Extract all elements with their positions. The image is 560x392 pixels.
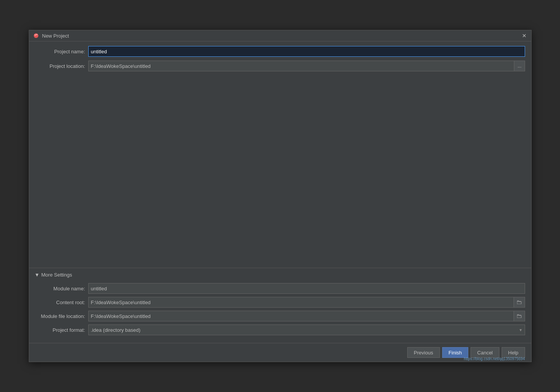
content-root-input[interactable] — [88, 297, 514, 308]
project-name-label: Project name: — [35, 49, 85, 54]
more-settings-content: Module name: Content root: — [29, 282, 531, 343]
cancel-button[interactable]: Cancel — [471, 347, 499, 358]
svg-point-2 — [36, 34, 37, 35]
project-format-row: Project format: .idea (directory based) … — [35, 324, 525, 335]
main-content-area — [35, 75, 525, 259]
project-location-row: Project location: ... — [35, 61, 525, 71]
previous-button[interactable]: Previous — [407, 347, 440, 358]
content-root-browse-button[interactable] — [514, 297, 525, 308]
project-location-input[interactable] — [88, 61, 514, 71]
title-bar: New Project ✕ — [29, 30, 531, 41]
project-location-browse-button[interactable]: ... — [514, 61, 525, 71]
app-icon — [33, 33, 39, 39]
close-button[interactable]: ✕ — [521, 33, 527, 39]
svg-rect-4 — [517, 315, 521, 318]
project-format-label: Project format: — [35, 327, 85, 333]
project-name-input[interactable] — [88, 46, 525, 57]
project-location-field-group: ... — [88, 61, 525, 71]
module-file-location-field-group — [88, 311, 525, 321]
content-root-label: Content root: — [35, 300, 85, 305]
project-location-label: Project location: — [35, 63, 85, 69]
project-format-select-wrapper: .idea (directory based) .ipr (file based… — [88, 324, 525, 335]
svg-point-0 — [34, 33, 38, 38]
module-name-row: Module name: — [35, 283, 525, 294]
dialog-title: New Project — [42, 33, 518, 39]
svg-rect-3 — [517, 301, 521, 304]
content-root-row: Content root: — [35, 297, 525, 308]
module-name-label: Module name: — [35, 286, 85, 292]
footer-url: https://blog.csdn.net/qq1350975694 — [464, 357, 525, 362]
help-button[interactable]: Help — [502, 347, 525, 358]
dialog-body: Project name: Project location: ... — [29, 41, 531, 264]
module-name-input[interactable] — [88, 283, 525, 294]
more-settings-label: More Settings — [41, 272, 72, 278]
more-settings-section: ▼ More Settings Module name: Content roo… — [29, 268, 531, 343]
module-file-location-label: Module file location: — [35, 313, 85, 319]
module-file-location-input[interactable] — [88, 311, 514, 321]
finish-button[interactable]: Finish — [442, 347, 469, 358]
module-file-location-row: Module file location: — [35, 311, 525, 321]
content-root-field-group — [88, 297, 525, 308]
new-project-dialog: New Project ✕ Project name: Project loca… — [29, 30, 532, 362]
more-settings-toggle[interactable]: ▼ More Settings — [29, 268, 531, 282]
module-file-location-browse-button[interactable] — [514, 311, 525, 321]
svg-point-1 — [34, 34, 36, 36]
project-name-row: Project name: — [35, 46, 525, 57]
chevron-down-icon: ▼ — [35, 273, 39, 277]
project-format-select[interactable]: .idea (directory based) .ipr (file based… — [88, 324, 525, 335]
dialog-footer: Previous Finish Cancel Help https://blog… — [29, 343, 531, 362]
